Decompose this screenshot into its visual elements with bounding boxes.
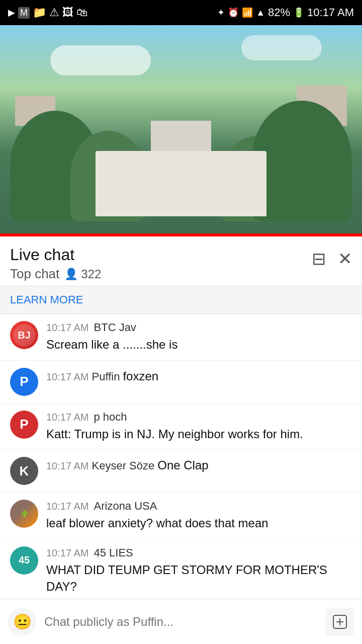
avatar-label: 45 <box>19 554 30 566</box>
chat-list: BJ 10:17 AM BTC Jav Scream like a ......… <box>0 314 362 644</box>
avatar: 45 <box>10 546 38 575</box>
topchat-row: Top chat 👤 322 <box>10 266 101 282</box>
avatar: 🌵 <box>10 500 38 528</box>
livechat-title-block: Live chat Top chat 👤 322 <box>10 246 101 282</box>
table-row: P 10:17 AM Puffin foxzen <box>0 361 362 404</box>
message-author: BTC Jav <box>94 321 136 334</box>
white-house-columns <box>151 121 211 151</box>
image-icon: 🖼 <box>62 6 73 19</box>
learn-more-text[interactable]: LEARN MORE <box>10 293 83 306</box>
chat-input[interactable] <box>44 615 318 629</box>
status-bar-right: ✦ ⏰ 📶 ▲ 82% 🔋 10:17 AM <box>217 6 354 19</box>
close-icon[interactable]: ✕ <box>338 249 352 269</box>
message-content: 10:17 AM p hoch Katt: Trump is in NJ. My… <box>46 411 352 443</box>
bluetooth-icon: ✦ <box>217 7 225 18</box>
message-time: 10:17 AM <box>46 412 89 423</box>
viewer-count: 👤 322 <box>64 267 101 281</box>
table-row: 🌵 10:17 AM Arizona USA leaf blower anxie… <box>0 493 362 539</box>
message-time: 10:17 AM <box>46 547 89 559</box>
avatar: BJ <box>10 321 38 349</box>
clock: 10:17 AM <box>307 6 354 19</box>
avatar-letter: P <box>20 417 28 432</box>
trees-right <box>251 101 352 221</box>
status-bar-left: ▶ M 📁 ⚠ 🖼 🛍 <box>8 6 87 19</box>
livechat-title: Live chat <box>10 246 101 264</box>
message-content: 10:17 AM Keyser Söze One Clap <box>46 457 352 474</box>
bag-icon: 🛍 <box>76 6 87 19</box>
message-meta: 10:17 AM Arizona USA <box>46 500 352 513</box>
message-author: Puffin <box>92 370 120 383</box>
wifi-icon: 📶 <box>242 7 253 18</box>
message-meta: 10:17 AM Keyser Söze One Clap <box>46 457 352 474</box>
livechat-header: Live chat Top chat 👤 322 ⊟ ✕ <box>0 236 362 286</box>
message-content: 10:17 AM Arizona USA leaf blower anxiety… <box>46 500 352 532</box>
table-row: 45 10:17 AM 45 LIES WHAT DID TEUMP GET S… <box>0 539 362 603</box>
cloud-decoration-2 <box>241 35 322 60</box>
topchat-label[interactable]: Top chat <box>10 266 59 282</box>
video-player[interactable] <box>0 25 362 236</box>
message-author: 45 LIES <box>94 546 133 559</box>
alarm-icon: ⏰ <box>228 7 239 18</box>
message-meta: 10:17 AM BTC Jav <box>46 321 352 334</box>
viewer-icon: 👤 <box>64 268 78 281</box>
message-time: 10:17 AM <box>46 460 89 472</box>
avatar: P <box>10 411 38 439</box>
message-text: foxzen <box>123 368 158 385</box>
message-author: p hoch <box>94 411 127 424</box>
emoji-button[interactable]: 😐 <box>8 608 36 636</box>
white-house-building <box>96 151 266 216</box>
m-icon: M <box>18 7 30 19</box>
message-meta: 10:17 AM Puffin foxzen <box>46 368 352 385</box>
table-row: P 10:17 AM p hoch Katt: Trump is in NJ. … <box>0 404 362 450</box>
message-text: WHAT DID TEUMP GET STORMY FOR MOTHER'S D… <box>46 561 352 595</box>
message-time: 10:17 AM <box>46 371 89 383</box>
message-time: 10:17 AM <box>46 501 89 512</box>
message-content: 10:17 AM Puffin foxzen <box>46 368 352 385</box>
chat-input-bar: 😐 <box>0 599 362 644</box>
message-time: 10:17 AM <box>46 322 89 334</box>
learn-more-banner[interactable]: LEARN MORE <box>0 286 362 314</box>
filter-icon[interactable]: ⊟ <box>312 249 326 269</box>
message-text: Katt: Trump is in NJ. My neighbor works … <box>46 426 352 443</box>
send-icon <box>332 614 347 629</box>
play-icon: ▶ <box>8 7 15 18</box>
viewer-number: 322 <box>81 267 101 281</box>
message-author: Keyser Söze <box>92 459 155 472</box>
message-author: Arizona USA <box>94 500 157 513</box>
cloud-decoration <box>50 45 151 75</box>
folder-icon: 📁 <box>33 6 46 19</box>
livechat-action-icons: ⊟ ✕ <box>312 249 352 269</box>
message-text: Scream like a .......she is <box>46 336 352 353</box>
avatar-letter: K <box>20 463 29 479</box>
avatar: K <box>10 457 38 485</box>
table-row: K 10:17 AM Keyser Söze One Clap <box>0 450 362 493</box>
message-content: 10:17 AM BTC Jav Scream like a .......sh… <box>46 321 352 353</box>
signal-icon: ▲ <box>256 8 265 18</box>
message-text: One Clap <box>157 457 208 474</box>
avatar: P <box>10 368 38 396</box>
emoji-icon: 😐 <box>13 613 32 630</box>
avatar-letter: P <box>20 374 28 389</box>
warning-icon: ⚠ <box>49 6 59 19</box>
progress-bar[interactable] <box>0 233 362 236</box>
status-bar: ▶ M 📁 ⚠ 🖼 🛍 ✦ ⏰ 📶 ▲ 82% 🔋 10:17 AM <box>0 0 362 25</box>
message-content: 10:17 AM 45 LIES WHAT DID TEUMP GET STOR… <box>46 546 352 595</box>
send-button[interactable] <box>326 608 354 636</box>
message-meta: 10:17 AM 45 LIES <box>46 546 352 559</box>
battery-icon: 🔋 <box>293 7 304 18</box>
message-text: leaf blower anxiety? what does that mean <box>46 515 352 532</box>
message-meta: 10:17 AM p hoch <box>46 411 352 424</box>
table-row: BJ 10:17 AM BTC Jav Scream like a ......… <box>0 314 362 361</box>
battery-percent: 82% <box>268 6 290 19</box>
